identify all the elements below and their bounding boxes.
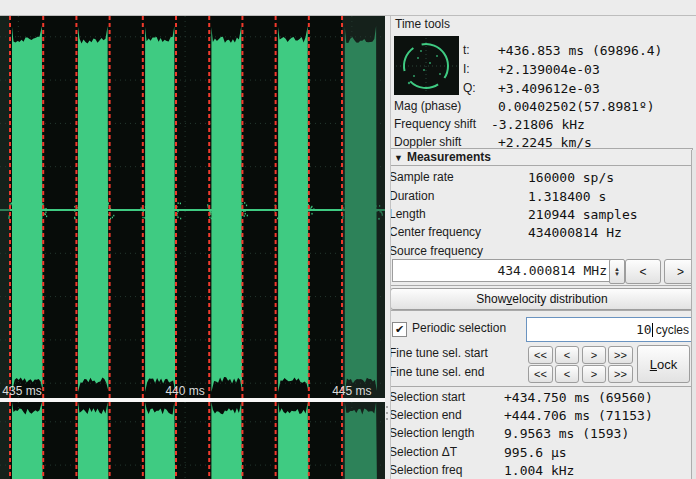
velocity-button-text: Show bbox=[476, 292, 506, 306]
splitter-grip-dot bbox=[386, 418, 388, 420]
iq-scope bbox=[394, 36, 459, 95]
length-label: Length bbox=[390, 207, 426, 222]
lock-button-accel: L bbox=[650, 357, 657, 372]
fine-start-big-right-button[interactable]: >> bbox=[608, 346, 633, 364]
collapse-icon[interactable]: ▼ bbox=[394, 153, 403, 163]
periodic-selection-checkbox[interactable]: ✔ bbox=[392, 322, 407, 337]
t-value: +436.853 ms (69896.4) bbox=[498, 43, 662, 58]
t-label: t: bbox=[463, 43, 470, 57]
cycles-value: 10 bbox=[636, 322, 652, 337]
iq-row-q: Q: bbox=[463, 81, 476, 96]
fine-end-left-button[interactable]: < bbox=[555, 365, 579, 383]
checkbox-check-icon: ✔ bbox=[395, 323, 404, 335]
app-window: 435 ms440 ms445 ms Time tools t: +436.85… bbox=[0, 0, 696, 479]
splitter-grip-dot bbox=[386, 406, 388, 408]
sample-rate-value: 160000 sp/s bbox=[528, 170, 614, 185]
cycles-suffix: cycles bbox=[656, 323, 689, 337]
fine-end-big-right-button[interactable]: >> bbox=[608, 365, 633, 383]
selection-delta-t-value: 995.6 µs bbox=[504, 445, 567, 460]
top-toolbar-strip bbox=[0, 0, 696, 16]
selection-freq-value: 1.004 kHz bbox=[504, 463, 574, 478]
iq-row-t: t: bbox=[463, 43, 470, 58]
measurements-header-label: Measurements bbox=[407, 150, 491, 164]
waveform-plot[interactable]: 435 ms440 ms445 ms bbox=[0, 0, 385, 479]
text-cursor bbox=[652, 323, 653, 337]
frequency-input-value: 434.000814 MHz bbox=[497, 263, 607, 278]
fine-start-big-left-button[interactable]: << bbox=[528, 346, 553, 364]
length-value: 210944 samples bbox=[528, 207, 638, 222]
scrollbar[interactable] bbox=[691, 150, 696, 479]
fine-start-right-button[interactable]: > bbox=[582, 346, 606, 364]
separator bbox=[390, 386, 693, 387]
mag-phase-value: 0.00402502(57.8981º) bbox=[498, 99, 655, 114]
q-label: Q: bbox=[463, 81, 476, 95]
time-tools-panel: Time tools t: +436.853 ms (69896.4) I: +… bbox=[390, 16, 696, 479]
selection-end-value: +444.706 ms (71153) bbox=[504, 408, 653, 423]
center-frequency-value: 434000814 Hz bbox=[528, 225, 622, 240]
source-frequency-label: Source frequency bbox=[390, 244, 483, 259]
frequency-prev-button[interactable]: < bbox=[625, 259, 661, 284]
measurements-section-header[interactable]: ▼Measurements bbox=[390, 148, 693, 166]
selection-freq-label: Selection freq bbox=[390, 463, 462, 478]
i-value: +2.139004e-03 bbox=[498, 62, 600, 77]
fine-tune-start-label: Fine tune sel. start bbox=[390, 346, 488, 361]
velocity-button-text: elocity distribution bbox=[512, 292, 607, 306]
spin-down-icon[interactable]: ▼ bbox=[614, 272, 620, 277]
iq-scope-plot bbox=[394, 36, 459, 95]
lock-button-text: ock bbox=[657, 357, 677, 372]
splitter-grip-dot bbox=[386, 412, 388, 414]
selection-start-label: Selection start bbox=[390, 390, 465, 405]
show-velocity-distribution-button[interactable]: Show velocity distribution bbox=[390, 288, 694, 310]
fine-end-right-button[interactable]: > bbox=[582, 365, 606, 383]
frequency-shift-label: Frequency shift bbox=[394, 117, 476, 132]
q-value: +3.409612e-03 bbox=[498, 81, 600, 96]
frequency-input[interactable]: 434.000814 MHz bbox=[392, 259, 612, 282]
mag-phase-label: Mag (phase) bbox=[394, 99, 461, 114]
selection-length-value: 9.9563 ms (1593) bbox=[504, 426, 629, 441]
svg-text:445 ms: 445 ms bbox=[332, 384, 371, 398]
duration-value: 1.318400 s bbox=[528, 189, 606, 204]
panel-title: Time tools bbox=[395, 17, 450, 32]
lock-button[interactable]: Lock bbox=[637, 345, 690, 383]
fine-end-big-left-button[interactable]: << bbox=[528, 365, 553, 383]
selection-start-value: +434.750 ms (69560) bbox=[504, 390, 653, 405]
periodic-selection-label: Periodic selection bbox=[412, 321, 506, 336]
fine-tune-end-label: Fine tune sel. end bbox=[390, 365, 484, 380]
center-frequency-label: Center frequency bbox=[390, 225, 481, 240]
selection-delta-t-label: Selection ΔT bbox=[390, 445, 457, 460]
cycles-input[interactable]: 10cycles bbox=[526, 317, 696, 342]
duration-label: Duration bbox=[390, 189, 434, 204]
separator bbox=[390, 285, 693, 286]
svg-text:435 ms: 435 ms bbox=[2, 384, 41, 398]
selection-end-label: Selection end bbox=[390, 408, 462, 423]
sample-rate-label: Sample rate bbox=[390, 170, 454, 185]
separator bbox=[390, 310, 693, 311]
selection-length-label: Selection length bbox=[390, 426, 474, 441]
frequency-shift-value: -3.21806 kHz bbox=[491, 117, 585, 132]
iq-row-i: I: bbox=[463, 62, 470, 77]
frequency-spinner[interactable]: ▲▼ bbox=[609, 259, 625, 284]
fine-start-left-button[interactable]: < bbox=[555, 346, 579, 364]
svg-text:440 ms: 440 ms bbox=[165, 384, 204, 398]
i-label: I: bbox=[463, 62, 470, 76]
